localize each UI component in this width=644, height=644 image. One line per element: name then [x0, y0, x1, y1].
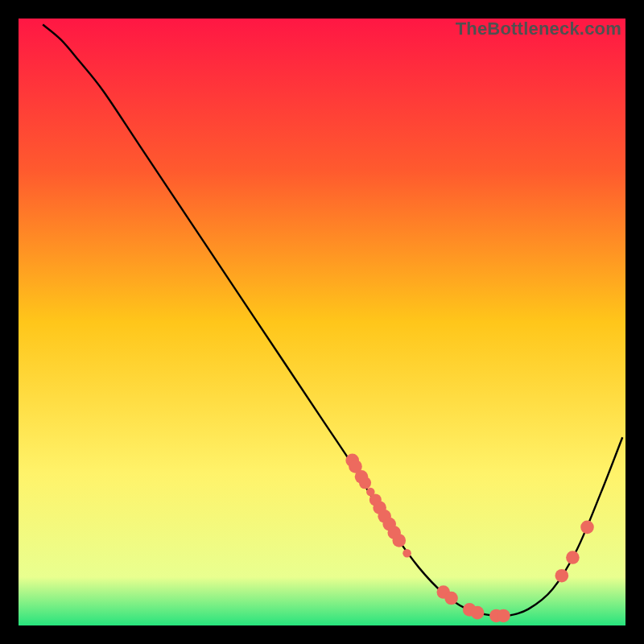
- data-marker: [402, 549, 411, 558]
- plot-area: TheBottleneck.com: [19, 19, 625, 625]
- data-marker: [392, 534, 406, 547]
- chart-svg: [19, 19, 625, 625]
- data-marker: [580, 521, 594, 535]
- watermark-text: TheBottleneck.com: [456, 19, 621, 39]
- chart-frame: TheBottleneck.com: [0, 0, 644, 644]
- data-marker: [566, 551, 580, 564]
- data-marker: [555, 569, 569, 583]
- data-marker: [471, 606, 485, 620]
- data-marker: [359, 477, 371, 489]
- gradient-background: [19, 19, 625, 625]
- data-marker: [497, 609, 510, 623]
- data-marker: [444, 592, 458, 605]
